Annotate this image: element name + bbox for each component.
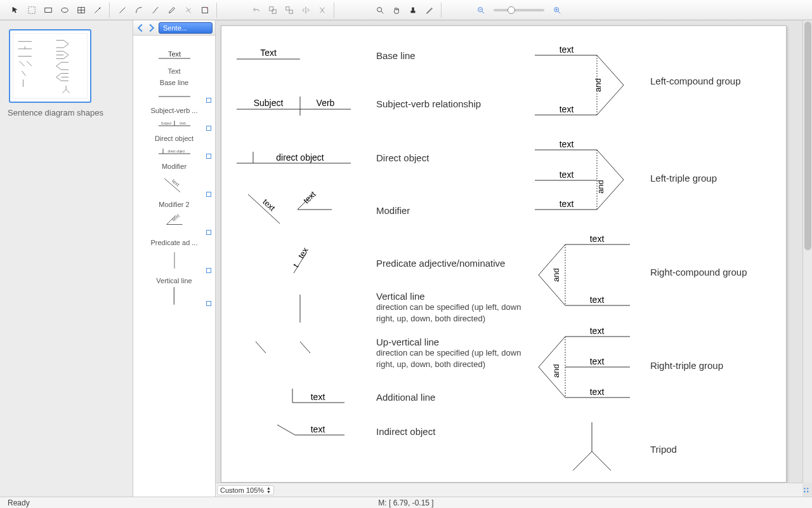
svg-text:text: text: [171, 178, 181, 188]
svg-text:tex: tex: [296, 246, 310, 260]
svg-point-2: [62, 8, 69, 12]
shape-leftcompound[interactable]: text text and: [535, 45, 630, 115]
label-tripod: Tripod: [643, 444, 677, 455]
svg-text:text: text: [590, 326, 605, 336]
svg-rect-26: [13, 36, 87, 97]
shape-library-pane: Sente... Text Text Base line Subject-ver…: [133, 20, 216, 497]
label-verticalline: Vertical line: [376, 291, 528, 302]
lib-item-verticalline[interactable]: Vertical line: [133, 274, 215, 307]
cursor-tool[interactable]: [8, 3, 23, 17]
zoom-out-button[interactable]: [473, 3, 488, 17]
thumbnail-pane: Sentence diagram shapes: [0, 20, 133, 497]
pencil-tool[interactable]: [164, 3, 180, 17]
library-header: Sente...: [133, 20, 215, 36]
zoom-level-selector[interactable]: Custom 105% ▲▼: [217, 485, 274, 495]
lib-item-baseline[interactable]: Base line: [133, 76, 215, 104]
lib-item-modifier2[interactable]: Modifier 2 text: [133, 198, 215, 236]
svg-text:Verb: Verb: [179, 121, 186, 125]
eyedropper-tool[interactable]: [422, 3, 437, 17]
hand-tool[interactable]: [389, 3, 404, 17]
svg-text:text: text: [590, 356, 605, 366]
horizontal-scrollbar-area: Custom 105% ▲▼: [216, 483, 802, 497]
shape-righttriple[interactable]: text text text and: [535, 329, 630, 400]
zoom-in-button[interactable]: [549, 3, 565, 17]
zoom-slider[interactable]: [494, 9, 544, 11]
zoom-tool[interactable]: [372, 3, 388, 17]
svg-text:t: t: [291, 262, 301, 269]
svg-point-117: [807, 491, 808, 492]
undo-tool[interactable]: [249, 3, 264, 17]
svg-point-115: [807, 488, 808, 489]
crop-tool[interactable]: [197, 3, 213, 17]
library-title-dropdown[interactable]: Sente...: [159, 22, 213, 34]
shape-tripod[interactable]: [535, 420, 617, 477]
svg-rect-12: [286, 6, 289, 10]
ungroup-tool[interactable]: [282, 3, 297, 17]
anchor-tool[interactable]: [181, 3, 196, 17]
diagram-page[interactable]: Text Base line: [221, 25, 787, 483]
svg-text:text: text: [560, 199, 574, 209]
shape-subjectverb[interactable]: Subject Verb: [237, 90, 363, 116]
ellipse-tool[interactable]: [57, 3, 72, 17]
svg-line-113: [592, 451, 611, 471]
svg-text:and: and: [596, 180, 605, 194]
shape-baseline[interactable]: Text: [237, 45, 313, 64]
shape-indirectobject[interactable]: text: [237, 421, 351, 440]
library-back-button[interactable]: [136, 23, 145, 32]
connector-tool[interactable]: [148, 3, 163, 17]
shape-lefttriple[interactable]: text text text and: [535, 142, 630, 212]
lib-item-directobject[interactable]: Direct object direct object: [133, 132, 215, 160]
svg-rect-0: [29, 6, 36, 13]
shape-rightcompound[interactable]: text text and: [535, 236, 630, 307]
status-text: Ready: [8, 498, 30, 507]
lib-item-predicateadj[interactable]: Predicate ad ...: [133, 236, 215, 274]
arrow-tool[interactable]: [90, 3, 105, 17]
canvas-area: Text Base line: [216, 20, 812, 497]
svg-text:text: text: [261, 197, 277, 213]
label-additionalline: Additional line: [376, 392, 528, 403]
label-upverticalline: Up-vertical line: [376, 337, 528, 347]
svg-text:text: text: [560, 104, 574, 114]
flip-h-tool[interactable]: [298, 3, 313, 17]
svg-text:text: text: [590, 387, 605, 397]
svg-point-116: [804, 491, 805, 492]
svg-text:text: text: [590, 295, 605, 305]
shape-upverticalline[interactable]: [237, 337, 338, 362]
label-lefttriple: Left-triple group: [643, 173, 717, 184]
svg-line-112: [573, 451, 592, 471]
lib-item-text[interactable]: Text Text: [133, 38, 215, 76]
text-select-tool[interactable]: [24, 3, 39, 17]
label-directobject: Direct object: [376, 152, 528, 163]
svg-line-21: [482, 11, 485, 13]
group-tool[interactable]: [265, 3, 280, 17]
flip-v-tool[interactable]: [315, 3, 330, 17]
shape-predicateadj[interactable]: tex t: [237, 245, 332, 281]
svg-rect-17: [411, 10, 416, 13]
status-coordinates: M: [ 6.79, -0.15 ]: [378, 498, 433, 507]
shape-modifier[interactable]: text text: [237, 188, 351, 232]
library-forward-button[interactable]: [147, 23, 156, 32]
label-modifier: Modifier: [376, 205, 528, 216]
line-tool[interactable]: [115, 3, 130, 17]
library-body: Text Text Base line Subject-verb ... Sub…: [133, 36, 215, 497]
curve-tool[interactable]: [131, 3, 147, 17]
stamp-tool[interactable]: [405, 3, 421, 17]
svg-text:direct object: direct object: [167, 149, 185, 153]
rect-tool[interactable]: [41, 3, 56, 17]
shape-additionalline[interactable]: text: [237, 385, 351, 408]
lib-item-subjectverb[interactable]: Subject-verb ... SubjectVerb: [133, 104, 215, 132]
label-rightcompound: Right-compound group: [643, 267, 747, 277]
shape-verticalline[interactable]: [237, 291, 332, 326]
svg-line-7: [120, 7, 126, 13]
thumbnail-label: Sentence diagram shapes: [6, 108, 126, 117]
page-thumbnail[interactable]: [9, 29, 91, 103]
svg-text:and: and: [551, 364, 561, 378]
table-tool[interactable]: [74, 3, 89, 17]
vertical-scrollbar[interactable]: [802, 20, 812, 483]
svg-point-15: [377, 7, 382, 11]
svg-text:Subject: Subject: [160, 121, 171, 125]
label-indirectobject: Indirect object: [376, 426, 528, 437]
svg-line-79: [256, 342, 266, 353]
lib-item-modifier[interactable]: Modifier text: [133, 160, 215, 198]
shape-directobject[interactable]: direct object: [237, 145, 363, 168]
